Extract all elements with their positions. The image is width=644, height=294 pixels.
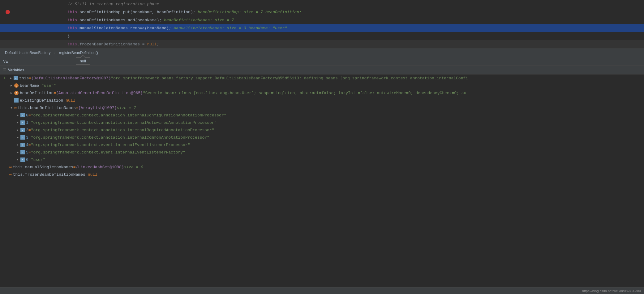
expand-item-5[interactable] (15, 150, 20, 154)
var-icon-beandefinition: p (14, 91, 19, 95)
var-icon-item-6: = (20, 158, 25, 162)
var-row-frozenbeandefinitions[interactable]: ∞ this.frozenBeanDefinitionNames = null (0, 171, 644, 178)
code-line-3: this.manualSingletonNames.remove(beanNam… (0, 24, 644, 32)
expand-item-2[interactable] (15, 128, 20, 132)
breadcrumb-item-1[interactable]: DefaultListableBeanFactory (3, 50, 52, 56)
expand-this[interactable] (9, 76, 13, 80)
var-row-item-3[interactable]: = 3 = "org.springframework.context.annot… (0, 134, 644, 141)
variables-panel: ☰ Variables + = this = {DefaultListableB… (0, 66, 644, 178)
breadcrumb-item-2[interactable]: registerBeanDefinition() null (57, 50, 100, 56)
expand-item-0[interactable] (15, 113, 20, 117)
var-row-beandefinition[interactable]: p beanDefinition = {AnnotatedGenericBean… (0, 89, 644, 97)
breadcrumb-sep: › (54, 51, 56, 55)
code-area: // Still in startup registration phase t… (0, 0, 644, 48)
var-row-item-0[interactable]: = 0 = "org.springframework.context.annot… (0, 111, 644, 119)
code-line-comment: // Still in startup registration phase (0, 0, 644, 8)
var-name-beandefinitionnames: this.beanDefinitionNames (18, 106, 76, 110)
var-row-item-5[interactable]: = 5 = "org.springframework.context.event… (0, 149, 644, 156)
expand-item-6[interactable] (15, 158, 20, 162)
var-value-frozenbeandefinitions: null (88, 172, 97, 177)
var-value-5: "org.springframework.context.event.inter… (31, 150, 185, 155)
var-value-4: "org.springframework.context.event.inter… (31, 143, 190, 147)
var-op-existingdef: = (63, 98, 66, 103)
var-icon-item-2: = (20, 128, 25, 132)
var-icon-item-0: = (20, 113, 25, 117)
variables-menu-icon[interactable]: ☰ (3, 68, 6, 72)
var-icon-item-5: = (20, 150, 25, 154)
code-content-1: this.beanDefinitionMap.put(beanName, bea… (65, 10, 644, 15)
var-row-item-4[interactable]: = 4 = "org.springframework.context.event… (0, 141, 644, 149)
var-index-6: 6 (26, 158, 28, 162)
expand-beandefinition[interactable] (9, 91, 14, 95)
expand-item-4[interactable] (15, 143, 20, 147)
add-watch-btn[interactable]: + (2, 76, 7, 80)
breadcrumb-bar: DefaultListableBeanFactory › registerBea… (0, 48, 644, 57)
expand-beanname[interactable] (9, 83, 14, 88)
code-content-comment: // Still in startup registration phase (65, 2, 644, 6)
var-value-6: "user" (31, 158, 45, 162)
var-name-beandefinition: beanDefinition (20, 91, 54, 95)
var-row-beanname[interactable]: p beanName = "user" (0, 82, 644, 89)
this-keyword-1: this (67, 10, 77, 15)
var-op-beandefinition: = (54, 91, 56, 95)
tooltip-popup: null (76, 57, 90, 65)
var-op-0: = (28, 113, 31, 118)
var-row-existingdef[interactable]: = existingDefinition = null (0, 97, 644, 104)
debug-bar: VE (0, 57, 644, 66)
code-line-4: } (0, 32, 644, 40)
expand-item-3[interactable] (15, 135, 20, 140)
code-content-2: this.beanDefinitionNames.add(beanName); … (65, 18, 644, 23)
status-bar: https://blog.csdn.net/weixin/082420380 (0, 287, 644, 294)
code-line-5: this.frozenBeanDefinitionNames = null; (0, 40, 644, 48)
this-keyword-5: this (67, 42, 77, 47)
var-name-existingdef: existingDefinition (20, 98, 63, 103)
variables-header: ☰ Variables (0, 66, 644, 74)
infinity-icon: ∞ (14, 106, 17, 110)
var-icon-beanname: p (14, 83, 19, 88)
var-value-1: "org.springframework.context.annotation.… (31, 120, 217, 125)
infinity-icon-2: ∞ (9, 165, 12, 170)
var-name-frozenbeandefinitions: this.frozenBeanDefinitionNames (13, 172, 85, 177)
var-row-this[interactable]: + = this = {DefaultListableBeanFactory@1… (0, 74, 644, 82)
var-index-4: 4 (26, 143, 28, 147)
var-name-this: this (19, 76, 29, 81)
code-text-1a: .beanDefinitionMap.put(beanName, beanDef… (77, 10, 198, 15)
var-row-item-1[interactable]: = 1 = "org.springframework.context.annot… (0, 119, 644, 126)
code-content-3: this.manualSingletonNames.remove(beanNam… (65, 26, 644, 31)
var-ref-manualsingleton: {LinkedHashSet@1098} (76, 165, 124, 170)
var-op-4: = (28, 143, 31, 147)
var-op-manualsingleton: = (73, 165, 76, 170)
expand-beandefinitionnames[interactable] (9, 106, 14, 110)
code-content-5: this.frozenBeanDefinitionNames = null; (65, 42, 644, 47)
status-url: https://blog.csdn.net/weixin/082420380 (582, 289, 641, 293)
var-row-beandefinitionnames[interactable]: ∞ this.beanDefinitionNames = {ArrayList@… (0, 104, 644, 111)
var-op-beanname: = (39, 83, 41, 88)
comment-text: // Still in startup registration phase (67, 2, 159, 6)
var-row-item-6[interactable]: = 6 = "user" (0, 156, 644, 163)
var-ref-beandefinition: {AnnotatedGenericBeanDefinition@965} (56, 91, 143, 95)
var-value-0: "org.springframework.context.annotation.… (31, 113, 226, 118)
code-text-3a: .manualSingletonNames.remove(beanName); (77, 26, 174, 31)
expand-item-1[interactable] (15, 120, 20, 125)
var-row-manualsingleton[interactable]: ∞ this.manualSingletonNames = {LinkedHas… (0, 163, 644, 171)
var-value-beanname: "user" (41, 83, 56, 88)
var-name-beanname: beanName (20, 83, 39, 88)
var-ref-beandefinitionnames: {ArrayList@1097} (78, 106, 117, 110)
tooltip-wrapper: null (76, 57, 90, 65)
var-op-5: = (28, 150, 31, 155)
var-index-2: 2 (26, 128, 28, 132)
var-index-1: 1 (26, 120, 28, 125)
var-op-frozenbeandefinitions: = (85, 172, 88, 177)
code-line-2: this.beanDefinitionNames.add(beanName); … (0, 16, 644, 24)
var-name-manualsingleton: this.manualSingletonNames (13, 165, 73, 170)
brace-text: } (67, 34, 70, 39)
tooltip-value: null (80, 59, 86, 63)
debug-bar-text: VE (3, 59, 8, 64)
var-op-6: = (28, 158, 31, 162)
var-op-this: = (29, 76, 31, 81)
var-row-item-2[interactable]: = 2 = "org.springframework.context.annot… (0, 126, 644, 134)
var-value-this: "org.springframework.beans.factory.suppo… (111, 76, 468, 81)
var-meta-beandefinitionnames: size = 7 (117, 106, 136, 110)
this-keyword-2: this (67, 18, 77, 23)
var-index-3: 3 (26, 135, 28, 140)
